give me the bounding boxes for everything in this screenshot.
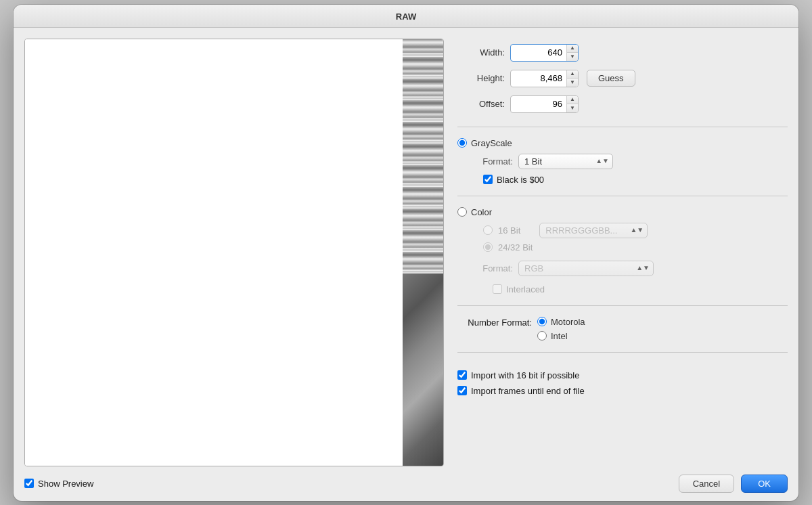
- controls-panel: Width: ▲ ▼ Height: ▲ ▼: [457, 39, 788, 466]
- grayscale-format-select-wrap: 1 Bit 8 Bit 16 Bit ▲▼: [518, 154, 613, 169]
- offset-label: Offset:: [457, 99, 505, 109]
- black-is-checkbox[interactable]: [483, 175, 493, 184]
- height-stepper-up[interactable]: ▲: [567, 70, 578, 79]
- grayscale-radio-row: GrayScale: [457, 138, 788, 148]
- height-label: Height:: [457, 73, 505, 83]
- import16-checkbox[interactable]: [457, 370, 467, 380]
- interlaced-checkbox[interactable]: [493, 284, 502, 294]
- color-format-select-wrap: RRRRGGGGBB... ▲▼: [539, 223, 648, 238]
- bottom-bar: Show Preview Cancel OK: [14, 466, 798, 501]
- black-is-label[interactable]: Black is $00: [497, 175, 544, 185]
- offset-stepper-down[interactable]: ▼: [567, 104, 578, 112]
- rgb-format-row: Format: RGB ▲▼: [472, 261, 788, 276]
- color-radio[interactable]: [457, 207, 467, 217]
- import16-label[interactable]: Import with 16 bit if possible: [471, 370, 579, 380]
- separator-1: [457, 127, 788, 127]
- bottom-left: Show Preview: [24, 479, 93, 489]
- dialog-title: RAW: [396, 12, 416, 22]
- strip-photo: [403, 273, 443, 466]
- height-input-wrap: ▲ ▼: [510, 70, 579, 87]
- cancel-button[interactable]: Cancel: [679, 475, 734, 493]
- rgb-format-select[interactable]: RGB: [518, 261, 654, 276]
- import-frames-row: Import frames until end of file: [457, 386, 788, 396]
- number-format-label: Number Format:: [457, 317, 532, 328]
- import-frames-label[interactable]: Import frames until end of file: [471, 386, 585, 396]
- interlaced-row: Interlaced: [493, 284, 788, 294]
- dialog-titlebar: RAW: [14, 5, 798, 28]
- dialog-body: Width: ▲ ▼ Height: ▲ ▼: [14, 28, 798, 466]
- bit16-radio[interactable]: [483, 225, 493, 235]
- preview-white-area: [25, 39, 443, 466]
- import-frames-checkbox[interactable]: [457, 386, 467, 395]
- bit16-label[interactable]: 16 Bit: [498, 225, 520, 236]
- motorola-row: Motorola: [537, 317, 585, 327]
- height-stepper-down[interactable]: ▼: [567, 79, 578, 87]
- number-format-section: Number Format: Motorola Intel: [457, 317, 788, 341]
- height-stepper: ▲ ▼: [566, 70, 578, 87]
- color-radio-row: Color: [457, 207, 788, 217]
- offset-input-wrap: ▲ ▼: [510, 95, 579, 113]
- black-is-row: Black is $00: [483, 175, 788, 185]
- offset-stepper-up[interactable]: ▲: [567, 96, 578, 104]
- number-format-radios: Motorola Intel: [537, 317, 585, 341]
- rgb-format-label: Format:: [472, 263, 513, 273]
- width-input[interactable]: [511, 46, 565, 59]
- width-label: Width:: [457, 47, 505, 58]
- motorola-radio[interactable]: [537, 317, 547, 326]
- bit2432-row: 24/32 Bit: [483, 242, 788, 252]
- width-input-wrap: ▲ ▼: [510, 44, 579, 62]
- offset-stepper: ▲ ▼: [566, 96, 578, 112]
- intel-label[interactable]: Intel: [551, 331, 568, 341]
- interlaced-label[interactable]: Interlaced: [506, 284, 545, 294]
- show-preview-checkbox[interactable]: [24, 479, 34, 488]
- ok-button[interactable]: OK: [741, 475, 788, 493]
- color-format-select[interactable]: RRRRGGGGBB...: [539, 223, 648, 238]
- guess-button[interactable]: Guess: [587, 70, 635, 87]
- height-row: Height: ▲ ▼ Guess: [457, 70, 788, 87]
- width-row: Width: ▲ ▼: [457, 44, 788, 62]
- show-preview-label[interactable]: Show Preview: [38, 479, 93, 489]
- separator-4: [457, 352, 788, 353]
- grayscale-radio[interactable]: [457, 138, 467, 148]
- bit2432-radio[interactable]: [483, 242, 493, 252]
- bottom-right: Cancel OK: [679, 475, 788, 493]
- strip-top-noise: [403, 39, 443, 274]
- separator-3: [457, 305, 788, 306]
- import16-row: Import with 16 bit if possible: [457, 370, 788, 380]
- grayscale-format-label: Format:: [472, 156, 513, 167]
- preview-panel: [24, 39, 444, 466]
- width-stepper-up[interactable]: ▲: [567, 45, 578, 53]
- bit16-row: 16 Bit RRRRGGGGBB... ▲▼: [483, 223, 788, 238]
- grayscale-label[interactable]: GrayScale: [471, 138, 512, 148]
- bit2432-label[interactable]: 24/32 Bit: [498, 242, 533, 252]
- preview-strip: [403, 39, 443, 466]
- big-checkboxes: Import with 16 bit if possible Import fr…: [457, 370, 788, 396]
- color-sub-section: 16 Bit RRRRGGGGBB... ▲▼ 24/32 Bit: [483, 223, 788, 252]
- offset-row: Offset: ▲ ▼: [457, 95, 788, 113]
- intel-radio[interactable]: [537, 331, 547, 341]
- grayscale-format-select[interactable]: 1 Bit 8 Bit 16 Bit: [518, 154, 613, 169]
- separator-2: [457, 196, 788, 196]
- width-stepper-down[interactable]: ▼: [567, 53, 578, 61]
- intel-row: Intel: [537, 331, 585, 341]
- rgb-format-select-wrap: RGB ▲▼: [518, 261, 654, 276]
- height-input[interactable]: [511, 72, 565, 85]
- motorola-label[interactable]: Motorola: [551, 317, 585, 327]
- width-stepper: ▲ ▼: [566, 45, 578, 61]
- preview-canvas: [25, 39, 443, 466]
- grayscale-format-row: Format: 1 Bit 8 Bit 16 Bit ▲▼: [472, 154, 788, 169]
- offset-input[interactable]: [511, 97, 565, 110]
- raw-dialog: RAW Width: ▲: [14, 5, 798, 501]
- color-label[interactable]: Color: [471, 207, 492, 217]
